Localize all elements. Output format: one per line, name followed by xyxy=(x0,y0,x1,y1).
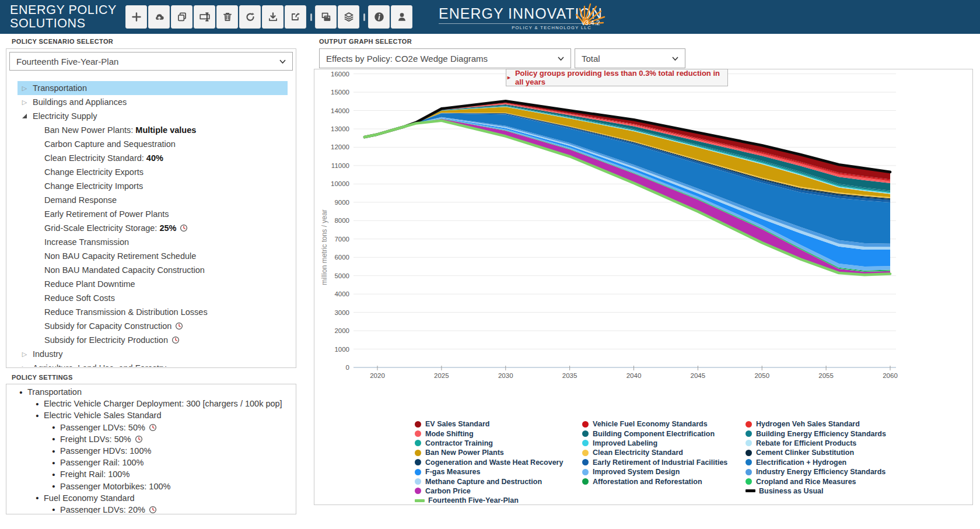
tree-item-carbon-capture-and-sequestration[interactable]: Carbon Capture and Sequestration xyxy=(18,137,288,151)
chart-panel: 2020202520302035204020452050205520600100… xyxy=(314,69,973,505)
expand-arrow-icon[interactable]: ▷ xyxy=(21,99,28,106)
setting-item-label: Transportation xyxy=(27,387,82,397)
bullet-icon: • xyxy=(51,458,57,468)
tree-item-label: Increase Transmission xyxy=(44,237,129,247)
svg-text:2000: 2000 xyxy=(334,327,349,334)
dot-swatch xyxy=(746,469,752,475)
tree-item-non-bau-mandated-capacity-construction[interactable]: Non BAU Mandated Capacity Construction xyxy=(18,263,288,277)
svg-text:3000: 3000 xyxy=(334,309,349,316)
graph-scope-select[interactable]: Total xyxy=(575,48,685,68)
legend-item-improved-labeling: Improved Labeling xyxy=(582,439,727,448)
expand-arrow-icon[interactable]: ▷ xyxy=(21,85,28,92)
tree-item-non-bau-capacity-retirement-schedule[interactable]: Non BAU Capacity Retirement Schedule xyxy=(18,249,288,263)
clock-icon xyxy=(180,224,188,232)
co2e-wedge-chart[interactable]: 2020202520302035204020452050205520600100… xyxy=(314,69,972,402)
legend-label: Fourteenth Five-Year-Plan xyxy=(428,496,519,505)
chart-note: ► Policy groups providing less than 0.3%… xyxy=(506,69,728,86)
legend-label: Clean Electricity Standard xyxy=(593,449,683,457)
tree-item-subsidy-for-capacity-construction[interactable]: Subsidy for Capacity Construction xyxy=(18,319,288,333)
toolbar-separator xyxy=(363,13,365,21)
tree-item-reduce-soft-costs[interactable]: Reduce Soft Costs xyxy=(18,291,288,305)
share-button[interactable] xyxy=(285,5,306,29)
bullet-icon: • xyxy=(51,434,57,444)
dot-swatch xyxy=(746,421,752,428)
tree-item-change-electricity-imports[interactable]: Change Electricity Imports xyxy=(18,179,288,193)
tree-item-clean-electricity-standard[interactable]: Clean Electricity Standard: 40% xyxy=(18,151,288,165)
note-arrow-icon: ► xyxy=(506,75,512,80)
tree-item-buildings-and-appliances[interactable]: ▷Buildings and Appliances xyxy=(18,95,288,109)
bullet-icon: • xyxy=(51,422,57,432)
tree-item-agriculture-land-use-and-forestry[interactable]: ▷Agriculture, Land Use, and Forestry xyxy=(18,361,288,367)
expand-arrow-icon[interactable]: ▷ xyxy=(21,365,28,367)
legend-label: Business as Usual xyxy=(759,487,823,495)
legend-item-mode-shifting: Mode Shifting xyxy=(415,429,563,438)
legend-label: Cement Clinker Substitution xyxy=(756,449,854,457)
svg-text:2035: 2035 xyxy=(562,372,578,379)
tree-item-change-electricity-exports[interactable]: Change Electricity Exports xyxy=(18,165,288,179)
delete-button[interactable] xyxy=(216,5,238,29)
legend-item-cropland-and-rice-measures: Cropland and Rice Measures xyxy=(746,477,886,486)
svg-text:6000: 6000 xyxy=(334,254,349,261)
setting-item-label: Fuel Economy Standard xyxy=(44,493,135,503)
text-cursor-icon xyxy=(199,11,211,23)
dot-swatch xyxy=(415,421,421,428)
graph-type-select[interactable]: Effects by Policy: CO2e Wedge Diagrams xyxy=(319,48,571,68)
setting-item-label: Freight Rail: 100% xyxy=(60,470,130,479)
legend-item-early-retirement-of-industrial-facilities: Early Retirement of Industrial Facilitie… xyxy=(582,458,727,467)
legend-item-hydrogen-veh-sales-standard: Hydrogen Veh Sales Standard xyxy=(746,419,886,429)
tree-item-label: Ban New Power Plants: xyxy=(44,125,133,135)
bullet-icon: • xyxy=(34,399,40,409)
dot-swatch xyxy=(746,459,752,465)
legend-label: F-gas Measures xyxy=(425,468,480,476)
duplicate-button[interactable] xyxy=(171,5,192,29)
legend-item-electrification-hydrogen: Electrification + Hydrogen xyxy=(746,458,886,467)
dot-swatch xyxy=(415,430,421,437)
setting-item-passenger-hdvs-100: •Passenger HDVs: 100% xyxy=(7,445,295,457)
layers-button[interactable] xyxy=(338,5,359,29)
tree-item-demand-response[interactable]: Demand Response xyxy=(18,193,288,207)
undo-button[interactable] xyxy=(239,5,261,29)
app-header: ENERGY POLICY SOLUTIONS ENERGY INNOVATIO… xyxy=(0,0,980,34)
setting-item-passenger-ldvs-50: •Passenger LDVs: 50% xyxy=(7,422,295,433)
policy-settings-title: POLICY SETTINGS xyxy=(12,374,73,381)
tree-item-ban-new-power-plants[interactable]: Ban New Power Plants: Multiple values xyxy=(18,123,288,137)
account-button[interactable] xyxy=(391,5,412,29)
tree-item-industry[interactable]: ▷Industry xyxy=(18,347,288,361)
tree-item-label: Subsidy for Electricity Production xyxy=(44,335,168,345)
policy-settings-panel: •Transportation•Electric Vehicle Charger… xyxy=(6,384,296,514)
upload-button[interactable] xyxy=(148,5,170,29)
tree-item-increase-transmission[interactable]: Increase Transmission xyxy=(18,235,288,249)
rename-button[interactable] xyxy=(194,5,215,29)
tree-item-grid-scale-electricity-storage[interactable]: Grid-Scale Electricity Storage: 25% xyxy=(18,221,288,235)
svg-text:1000: 1000 xyxy=(334,346,349,353)
collapse-arrow-icon[interactable] xyxy=(21,114,28,118)
legend-item-ban-new-power-plants: Ban New Power Plants xyxy=(415,448,563,457)
tree-item-reduce-plant-downtime[interactable]: Reduce Plant Downtime xyxy=(18,277,288,291)
tree-item-subsidy-for-electricity-production[interactable]: Subsidy for Electricity Production xyxy=(18,333,288,347)
legend-item-clean-electricity-standard: Clean Electricity Standard xyxy=(582,448,727,457)
download-button[interactable] xyxy=(262,5,284,29)
tree-item-transportation[interactable]: ▷Transportation xyxy=(18,81,288,95)
tree-item-reduce-transmission-distribution-losses[interactable]: Reduce Transmission & Distribution Losse… xyxy=(18,305,288,319)
info-button[interactable] xyxy=(368,5,390,29)
svg-text:2025: 2025 xyxy=(434,372,449,379)
setting-item-transportation: •Transportation xyxy=(7,386,295,398)
tree-item-electricity-supply[interactable]: Electricity Supply xyxy=(18,109,288,123)
legend-item-industry-energy-efficiency-standards: Industry Energy Efficiency Standards xyxy=(746,467,886,477)
dot-swatch xyxy=(582,421,589,428)
setting-item-label: Passenger LDVs: 50% xyxy=(60,423,145,432)
share-icon xyxy=(290,11,302,23)
tree-item-label: Electricity Supply xyxy=(33,111,97,121)
legend-item-carbon-price: Carbon Price xyxy=(415,486,563,496)
legend-item-rebate-for-efficient-products: Rebate for Efficient Products xyxy=(746,439,886,448)
windows-button[interactable] xyxy=(315,5,337,29)
scenario-select[interactable]: Fourteenth Five-Year-Plan xyxy=(9,52,293,71)
tree-item-label: Buildings and Appliances xyxy=(33,97,127,107)
output-graph-selector-title: OUTPUT GRAPH SELECTOR xyxy=(319,38,412,45)
new-scenario-button[interactable] xyxy=(125,5,147,29)
legend-label: Early Retirement of Industrial Facilitie… xyxy=(593,458,727,467)
legend-label: Building Component Electrification xyxy=(593,430,715,438)
svg-text:2060: 2060 xyxy=(883,372,898,379)
tree-item-early-retirement-of-power-plants[interactable]: Early Retirement of Power Plants xyxy=(18,207,288,221)
expand-arrow-icon[interactable]: ▷ xyxy=(21,351,28,358)
